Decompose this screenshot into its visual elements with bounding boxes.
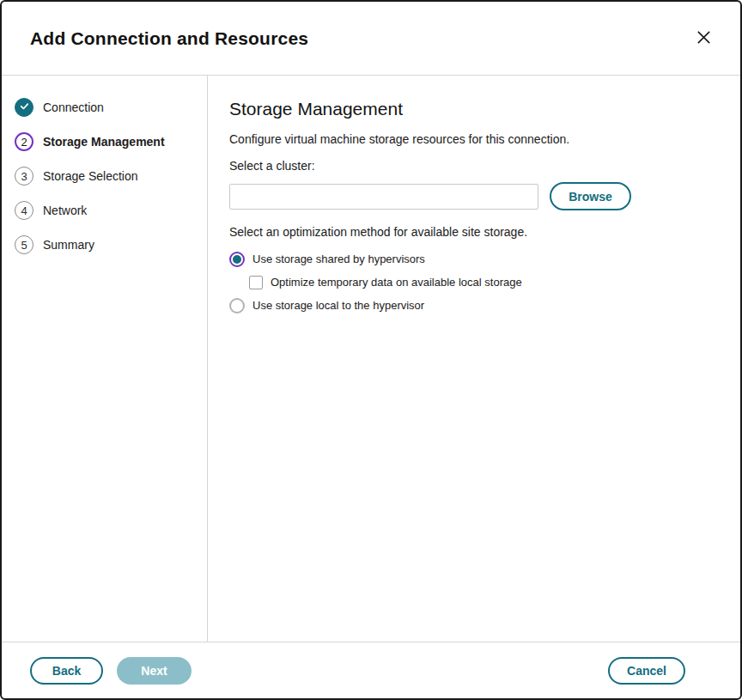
cluster-field-label: Select a cluster: bbox=[229, 159, 706, 173]
step-number: 3 bbox=[21, 170, 27, 183]
optimization-section-label: Select an optimization method for availa… bbox=[229, 225, 706, 239]
page-description: Configure virtual machine storage resour… bbox=[229, 132, 706, 146]
step-label: Summary bbox=[43, 238, 94, 252]
checkbox-label: Optimize temporary data on available loc… bbox=[271, 276, 522, 289]
step-storage-selection[interactable]: 3 Storage Selection bbox=[2, 159, 207, 193]
step-label: Network bbox=[43, 204, 87, 217]
step-number-marker: 5 bbox=[15, 235, 33, 254]
step-number-marker: 4 bbox=[15, 201, 33, 220]
option-row: Use storage shared by hypervisors bbox=[229, 247, 706, 271]
back-button[interactable]: Back bbox=[30, 657, 103, 685]
radio-label: Use storage shared by hypervisors bbox=[252, 253, 425, 265]
step-number: 4 bbox=[21, 204, 27, 217]
browse-button[interactable]: Browse bbox=[550, 182, 631, 210]
storage-management-panel: Storage Management Configure virtual mac… bbox=[208, 76, 740, 642]
step-connection[interactable]: Connection bbox=[2, 90, 207, 125]
dialog-footer: Back Next Cancel bbox=[2, 642, 740, 698]
option-row: Optimize temporary data on available loc… bbox=[229, 271, 706, 294]
step-summary[interactable]: 5 Summary bbox=[2, 228, 207, 262]
cancel-button[interactable]: Cancel bbox=[608, 657, 685, 685]
dialog-title: Add Connection and Resources bbox=[30, 28, 308, 49]
step-number: 2 bbox=[21, 136, 27, 149]
step-label: Connection bbox=[43, 100, 104, 114]
option-row: Use storage local to the hypervisor bbox=[229, 294, 706, 317]
dialog-header: Add Connection and Resources bbox=[2, 2, 740, 76]
step-number-marker: 2 bbox=[15, 132, 33, 151]
add-connection-dialog: Add Connection and Resources Conn bbox=[0, 0, 742, 700]
cluster-input[interactable] bbox=[229, 184, 538, 210]
radio-label: Use storage local to the hypervisor bbox=[252, 299, 424, 312]
step-label: Storage Management bbox=[43, 135, 165, 149]
check-icon bbox=[19, 100, 30, 114]
checkbox-optimize-temp-data[interactable] bbox=[249, 276, 263, 289]
step-label: Storage Selection bbox=[43, 169, 138, 183]
close-icon bbox=[696, 29, 712, 48]
wizard-steps-sidebar: Connection 2 Storage Management 3 Storag… bbox=[2, 76, 208, 642]
step-storage-management[interactable]: 2 Storage Management bbox=[2, 125, 207, 159]
page-title: Storage Management bbox=[229, 99, 706, 119]
next-button[interactable]: Next bbox=[117, 657, 192, 685]
close-button[interactable] bbox=[690, 26, 716, 52]
step-network[interactable]: 4 Network bbox=[2, 193, 207, 228]
step-number-marker: 3 bbox=[15, 167, 33, 186]
step-complete-marker bbox=[15, 98, 33, 117]
radio-storage-shared[interactable] bbox=[229, 252, 245, 267]
radio-dot bbox=[233, 255, 241, 264]
step-number: 5 bbox=[21, 239, 27, 252]
radio-storage-local[interactable] bbox=[229, 298, 245, 313]
